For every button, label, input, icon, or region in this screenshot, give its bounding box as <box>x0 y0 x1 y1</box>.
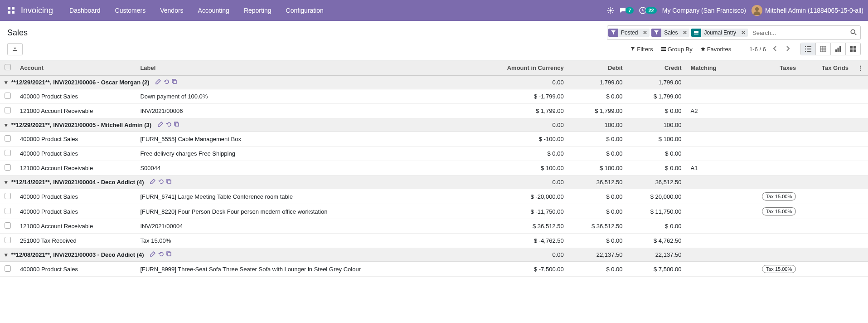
row-checkbox[interactable] <box>5 208 11 214</box>
company-name[interactable]: My Company (San Francisco) <box>662 7 746 14</box>
table-row[interactable]: 400000 Product Sales [FURN_6741] Large M… <box>0 189 868 204</box>
row-checkbox[interactable] <box>5 107 11 113</box>
table-row[interactable]: 400000 Product Sales [FURN_8999] Three-S… <box>0 262 868 277</box>
col-tax-grids[interactable]: Tax Grids <box>800 60 853 76</box>
table-row[interactable]: 251000 Tax Received Tax 15.00% $ -4,762.… <box>0 234 868 248</box>
cell-taxes: Tax 15.00% <box>737 189 800 204</box>
search-input[interactable] <box>749 28 847 38</box>
svg-rect-22 <box>835 49 837 52</box>
edit-icon[interactable] <box>155 79 161 86</box>
undo-icon[interactable] <box>164 79 169 86</box>
view-list[interactable] <box>801 43 816 55</box>
group-row[interactable]: ▾ **12/29/2021**, INV/2021/00006 - Oscar… <box>0 76 868 89</box>
cell-credit: $ 100.00 <box>627 132 686 147</box>
svg-rect-20 <box>807 51 811 52</box>
debug-icon[interactable] <box>607 7 614 14</box>
activity-icon[interactable]: 22 <box>639 7 656 14</box>
row-checkbox[interactable] <box>5 237 11 243</box>
view-table[interactable] <box>816 43 831 55</box>
caret-down-icon[interactable]: ▾ <box>5 122 8 128</box>
search-options: Filters Group By Favorites <box>630 46 731 53</box>
favorites-menu[interactable]: Favorites <box>701 46 731 53</box>
cell-amount-currency: $ 0.00 <box>472 147 568 161</box>
row-checkbox[interactable] <box>5 93 11 99</box>
table-row[interactable]: 121000 Account Receivable INV/2021/00006… <box>0 104 868 118</box>
row-checkbox[interactable] <box>5 164 11 171</box>
col-taxes[interactable]: Taxes <box>737 60 800 76</box>
groupby-menu[interactable]: Group By <box>661 46 693 53</box>
apps-icon[interactable] <box>5 4 18 17</box>
options-icon[interactable]: ⋮ <box>858 64 863 71</box>
cell-credit: $ 1,799.00 <box>627 89 686 104</box>
caret-down-icon[interactable]: ▾ <box>5 179 8 186</box>
caret-down-icon[interactable]: ▾ <box>5 251 8 258</box>
nav-vendors[interactable]: Vendors <box>153 1 190 20</box>
nav-accounting[interactable]: Accounting <box>191 1 237 20</box>
cell-matching <box>686 219 737 234</box>
table-row[interactable]: 400000 Product Sales [FURN_5555] Cable M… <box>0 132 868 147</box>
row-checkbox[interactable] <box>5 135 11 142</box>
facet-remove[interactable]: ✕ <box>640 29 650 36</box>
cell-taxes <box>737 161 800 176</box>
col-label[interactable]: Label <box>136 60 472 76</box>
chat-icon[interactable]: 7 <box>619 7 634 14</box>
undo-icon[interactable] <box>158 251 164 258</box>
filters-menu[interactable]: Filters <box>630 46 653 53</box>
pager-text[interactable]: 1-6 / 6 <box>749 46 766 53</box>
pager-prev[interactable] <box>771 45 779 54</box>
table-row[interactable]: 400000 Product Sales Free delivery charg… <box>0 147 868 161</box>
copy-icon[interactable] <box>166 179 172 186</box>
cell-account: 400000 Product Sales <box>15 132 136 147</box>
svg-rect-21 <box>820 46 826 52</box>
nav-dashboard[interactable]: Dashboard <box>62 1 108 20</box>
pager-next[interactable] <box>784 45 791 54</box>
col-credit[interactable]: Credit <box>627 60 686 76</box>
col-account[interactable]: Account <box>15 60 136 76</box>
col-amount-currency[interactable]: Amount in Currency <box>472 60 568 76</box>
search-icon[interactable] <box>847 29 860 37</box>
caret-down-icon[interactable]: ▾ <box>5 79 8 86</box>
copy-icon[interactable] <box>172 79 177 86</box>
col-matching[interactable]: Matching <box>686 60 737 76</box>
select-all-checkbox[interactable] <box>5 64 11 70</box>
table-row[interactable]: 400000 Product Sales [FURN_8220] Four Pe… <box>0 204 868 219</box>
edit-icon[interactable] <box>150 179 155 186</box>
nav-configuration[interactable]: Configuration <box>279 1 331 20</box>
table-row[interactable]: 121000 Account Receivable INV/2021/00004… <box>0 219 868 234</box>
row-checkbox[interactable] <box>5 193 11 199</box>
svg-rect-17 <box>805 49 806 49</box>
row-checkbox[interactable] <box>5 265 11 272</box>
cell-credit: $ 0.00 <box>627 219 686 234</box>
row-checkbox[interactable] <box>5 222 11 229</box>
cell-label: [FURN_8220] Four Person Desk Four person… <box>136 204 472 219</box>
cell-credit: $ 0.00 <box>627 161 686 176</box>
svg-rect-3 <box>12 11 15 14</box>
brand[interactable]: Invoicing <box>21 6 53 15</box>
view-kanban[interactable] <box>846 43 860 55</box>
group-row[interactable]: ▾ **12/08/2021**, INV/2021/00003 - Deco … <box>0 248 868 262</box>
row-checkbox[interactable] <box>5 150 11 156</box>
search-area: Posted ✕ Sales ✕ Journal Entry ✕ <box>607 25 861 40</box>
export-button[interactable] <box>7 43 23 55</box>
nav-customers[interactable]: Customers <box>108 1 153 20</box>
col-debit[interactable]: Debit <box>568 60 627 76</box>
edit-icon[interactable] <box>150 251 155 258</box>
cell-tax-grids <box>800 219 853 234</box>
svg-point-4 <box>610 9 612 11</box>
table-row[interactable]: 400000 Product Sales Down payment of 100… <box>0 89 868 104</box>
copy-icon[interactable] <box>174 122 179 128</box>
cell-amount-currency: $ -20,000.00 <box>472 189 568 204</box>
group-row[interactable]: ▾ **12/14/2021**, INV/2021/00004 - Deco … <box>0 176 868 189</box>
facet-remove[interactable]: ✕ <box>680 29 689 36</box>
undo-icon[interactable] <box>158 179 164 186</box>
view-graph[interactable] <box>831 43 846 55</box>
undo-icon[interactable] <box>166 122 171 128</box>
nav-reporting[interactable]: Reporting <box>237 1 279 20</box>
edit-icon[interactable] <box>158 122 163 128</box>
table-row[interactable]: 121000 Account Receivable S00044 $ 100.0… <box>0 161 868 176</box>
facet-journal-entry: Journal Entry ✕ <box>691 29 748 37</box>
copy-icon[interactable] <box>166 251 172 258</box>
group-row[interactable]: ▾ **12/29/2021**, INV/2021/00005 - Mitch… <box>0 118 868 132</box>
facet-remove[interactable]: ✕ <box>739 29 748 36</box>
user-menu[interactable]: Mitchell Admin (11884065-15-0-all) <box>752 5 863 16</box>
